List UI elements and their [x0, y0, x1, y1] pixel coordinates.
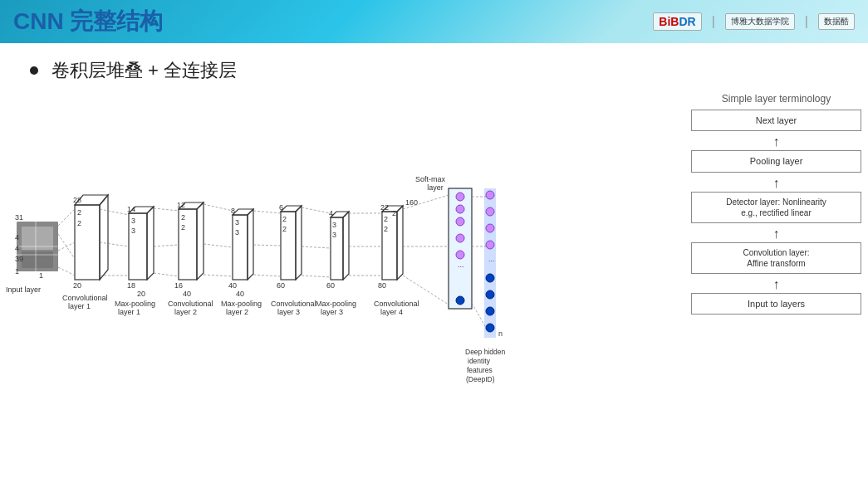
conv1-label2: layer 1 — [68, 302, 91, 310]
svg-line-10 — [58, 267, 75, 276]
conv3-label2: layer 3 — [277, 308, 300, 316]
svg-line-9 — [58, 242, 75, 251]
main-content: 卷积层堆叠 + 全连接层 31 4 4 39 1 1 Input layer 2… — [0, 43, 868, 478]
conv4-label2: layer 4 — [380, 308, 403, 316]
right-panel: Simple layer terminology Next layer ↑ Po… — [691, 93, 861, 471]
svg-marker-32 — [296, 206, 302, 280]
svg-marker-44 — [397, 206, 403, 280]
label-2f: 2 — [282, 225, 287, 233]
label-80: 80 — [378, 281, 386, 290]
right-panel-title: Simple layer terminology — [691, 93, 861, 105]
svg-line-33 — [253, 211, 281, 213]
bullet-dot — [30, 66, 38, 75]
svg-marker-38 — [343, 212, 349, 280]
svg-point-53 — [456, 251, 464, 259]
page-title: CNN 完整结构 — [13, 6, 163, 37]
svg-marker-14 — [147, 207, 154, 280]
next-layer-label: Next layer — [756, 115, 797, 125]
svg-point-62 — [486, 241, 494, 249]
input-to-layers-label: Input to layers — [748, 299, 805, 309]
label-60b: 60 — [326, 281, 335, 290]
label-14: 14 — [127, 205, 135, 213]
svg-point-50 — [456, 205, 464, 213]
svg-point-64 — [486, 290, 494, 299]
svg-line-39 — [302, 207, 331, 213]
maxpool3-label: Max-pooling — [316, 300, 356, 308]
maxpool1-label: Max-pooling — [115, 300, 155, 308]
label-3c: 3 — [235, 218, 239, 227]
softmax-dots: ... — [458, 261, 464, 269]
label-39: 39 — [15, 255, 23, 263]
label-2i: 2 — [392, 209, 396, 217]
arrow-up-4: ↑ — [691, 277, 861, 292]
svg-line-41 — [302, 276, 331, 277]
label-20b: 20 — [137, 290, 145, 298]
svg-line-16 — [100, 242, 129, 246]
conv3-label: Convolutional — [271, 300, 316, 308]
svg-line-27 — [204, 204, 233, 211]
label-2c: 2 — [181, 213, 185, 222]
deepid-label2: identity — [468, 357, 491, 365]
label-4a: 4 — [15, 233, 19, 241]
deepid-label4: (DeepID) — [466, 375, 495, 383]
svg-point-52 — [456, 234, 464, 242]
svg-line-21 — [154, 208, 179, 211]
label-40a: 40 — [183, 290, 191, 298]
separator1: | — [712, 14, 715, 29]
svg-line-35 — [253, 275, 281, 276]
maxpool2-label: Max-pooling — [221, 300, 262, 308]
pooling-layer-box: Pooling layer — [691, 150, 861, 172]
label-18: 18 — [127, 281, 135, 290]
deepid-dots: ... — [488, 255, 495, 263]
label-8: 8 — [231, 207, 235, 215]
conv1-label: Convolutional — [62, 294, 108, 302]
softmax-label: Soft-max — [415, 175, 446, 183]
maxpool3-label2: layer 3 — [321, 308, 343, 316]
label-3d: 3 — [235, 228, 239, 237]
deepid-label3: features — [467, 366, 493, 374]
arrow-up-3: ↑ — [691, 227, 861, 241]
label-40b: 40 — [228, 281, 237, 290]
input-to-layers-box: Input to layers — [691, 293, 861, 315]
svg-point-59 — [486, 191, 494, 199]
label-4b: 4 — [15, 244, 19, 252]
svg-line-22 — [154, 245, 179, 246]
svg-line-23 — [154, 273, 179, 276]
pooling-layer-label: Pooling layer — [750, 156, 803, 166]
svg-line-40 — [302, 246, 331, 248]
svg-line-8 — [58, 209, 75, 226]
label-28: 28 — [73, 196, 81, 204]
label-12: 12 — [177, 201, 185, 209]
softmax-label2: layer — [427, 183, 444, 192]
label-2e: 2 — [282, 215, 287, 223]
maxpool1-label2: layer 1 — [118, 308, 140, 316]
svg-line-69 — [472, 303, 486, 328]
label-40c: 40 — [236, 290, 244, 298]
separator2: | — [805, 14, 808, 29]
label-4b2: 4 — [329, 209, 333, 217]
svg-marker-20 — [197, 202, 204, 280]
label-31: 31 — [15, 213, 23, 222]
label-2a: 2 — [77, 208, 81, 217]
svg-point-63 — [486, 274, 494, 282]
bullet-line: 卷积层堆叠 + 全连接层 — [30, 58, 855, 83]
next-layer-box: Next layer — [691, 110, 861, 131]
label-n: n — [498, 329, 503, 338]
svg-point-65 — [486, 307, 494, 315]
detector-layer-box: Detector layer: Nonlinearitye.g., rectif… — [691, 192, 861, 223]
svg-line-34 — [253, 245, 281, 246]
label-60a: 60 — [277, 281, 285, 290]
convolution-layer-box: Convolution layer:Affine transform — [691, 242, 861, 274]
conv2-label2: layer 2 — [174, 308, 197, 316]
label-2b: 2 — [77, 219, 81, 227]
label-3e: 3 — [332, 221, 336, 229]
label-20a: 20 — [73, 281, 81, 290]
cnn-diagram: 31 4 4 39 1 1 Input layer 28 2 2 20 Conv… — [0, 122, 681, 478]
svg-line-15 — [100, 209, 129, 215]
svg-rect-1 — [22, 251, 53, 268]
svg-point-49 — [456, 193, 464, 201]
arrow-up-1: ↑ — [691, 134, 861, 149]
svg-point-66 — [486, 324, 494, 332]
header-logos: BiBDR | 博雅大数据学院 | 数据酷 — [653, 12, 855, 31]
deepid-label1: Deep hidden — [465, 348, 505, 356]
